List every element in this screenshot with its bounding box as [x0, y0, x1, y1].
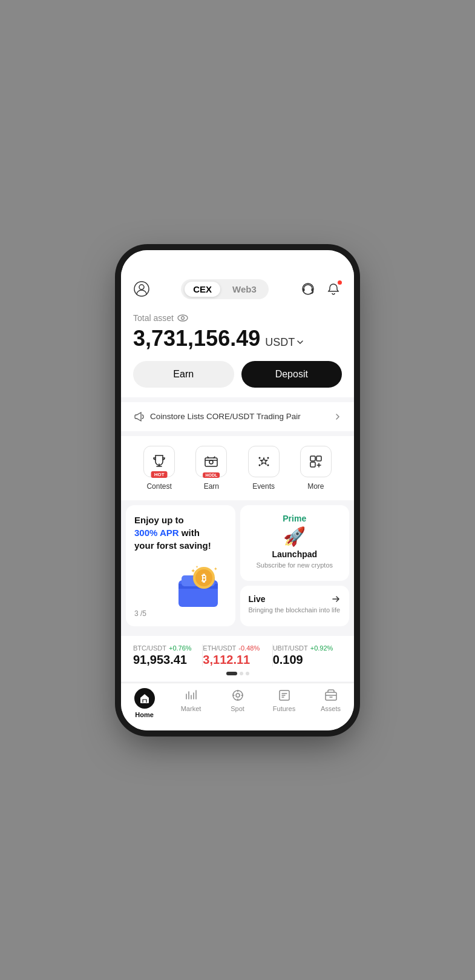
svg-point-26 [236, 694, 240, 697]
mode-selector: CEX Web3 [181, 279, 269, 299]
announcement-content: Coinstore Lists CORE/USDT Trading Pair [133, 411, 301, 423]
contest-icon [151, 453, 168, 470]
earn-label: Earn [204, 482, 219, 491]
ubit-price: 0.109 [273, 653, 342, 667]
wallet-svg: ₿ ✦ ✦ ✦ [172, 563, 227, 609]
top-nav: CEX Web3 [121, 277, 354, 304]
action-buttons: Earn Deposit [133, 361, 342, 388]
notification-icon[interactable] [325, 280, 342, 297]
more-icon-box [300, 446, 332, 477]
promo-apr-text: 300% APR [134, 528, 179, 538]
nav-home[interactable]: Home [121, 688, 168, 718]
announcement-text: Coinstore Lists CORE/USDT Trading Pair [150, 412, 301, 421]
futures-label: Futures [273, 705, 295, 712]
eth-price: 3,112.11 [203, 653, 272, 667]
live-title: Live [249, 594, 266, 604]
promo-cards: Enjoy up to 300% APR with your forst sav… [121, 500, 354, 631]
asset-amount: 3,731,156.49 USDT [133, 326, 342, 351]
arrow-right-icon [331, 594, 341, 604]
announcement-bar[interactable]: Coinstore Lists CORE/USDT Trading Pair [121, 402, 354, 431]
svg-point-1 [139, 285, 144, 290]
hot-badge: HOT [151, 471, 168, 478]
spot-label: Spot [231, 705, 244, 712]
svg-text:✦: ✦ [214, 566, 218, 572]
spot-icon [231, 688, 245, 703]
promo-text: Enjoy up to 300% APR with your forst sav… [134, 514, 227, 552]
rocket-icon: 🚀 [283, 526, 306, 547]
nav-assets[interactable]: Assets [307, 688, 354, 718]
nav-market[interactable]: Market [168, 688, 214, 718]
quick-actions: HOT Contest HODL Earn [121, 436, 354, 500]
contest-label: Contest [146, 482, 171, 491]
bottom-nav: Home Market Spot [121, 683, 354, 730]
launchpad-subtitle: Subscribe for new cryptos [256, 561, 333, 569]
launchpad-title: Launchpad [272, 549, 317, 559]
svg-point-6 [181, 316, 184, 319]
asset-currency[interactable]: USDT [265, 336, 304, 349]
deposit-button[interactable]: Deposit [241, 361, 342, 388]
asset-label: Total asset [133, 313, 342, 323]
svg-rect-14 [316, 456, 321, 461]
svg-text:✦: ✦ [195, 565, 198, 569]
svg-point-8 [209, 460, 213, 464]
profile-icon[interactable] [133, 280, 150, 297]
promo-with-text: with [179, 528, 200, 538]
eth-header: ETH/USDT -0.48% [203, 644, 272, 652]
btc-ticker[interactable]: BTC/USDT +0.76% 91,953.41 [133, 644, 202, 667]
asset-section: Total asset 3,731,156.49 USDT Earn Depos… [121, 304, 354, 397]
home-icon [134, 688, 155, 709]
contest-action[interactable]: HOT Contest [133, 446, 185, 491]
support-icon[interactable] [300, 280, 316, 297]
svg-rect-3 [303, 288, 304, 291]
futures-icon [277, 688, 292, 703]
svg-text:✦: ✦ [191, 568, 195, 574]
btc-pair: BTC/USDT [133, 644, 166, 652]
dropdown-arrow-icon [296, 338, 304, 346]
nav-icons [300, 280, 342, 297]
eye-icon[interactable] [177, 313, 188, 323]
eth-change: -0.48% [238, 644, 260, 652]
earn-icon [203, 453, 220, 470]
cex-tab[interactable]: CEX [185, 282, 220, 297]
earn-button[interactable]: Earn [133, 361, 234, 388]
prime-label: Prime [283, 514, 306, 523]
market-label: Market [181, 705, 201, 712]
earn-icon-box: HODL [195, 446, 227, 477]
announcement-icon [133, 411, 145, 423]
asset-value: 3,731,156.49 [133, 326, 260, 351]
more-icon [307, 453, 324, 470]
home-label: Home [135, 711, 154, 718]
eth-ticker[interactable]: ETH/USDT -0.48% 3,112.11 [203, 644, 272, 667]
events-action[interactable]: Events [238, 446, 290, 491]
web3-tab[interactable]: Web3 [224, 282, 265, 297]
ubit-pair: UBIT/USDT [273, 644, 308, 652]
market-icon [184, 688, 198, 703]
nav-futures[interactable]: Futures [261, 688, 307, 718]
nav-spot[interactable]: Spot [214, 688, 261, 718]
more-action[interactable]: More [290, 446, 342, 491]
svg-point-11 [258, 464, 260, 466]
svg-rect-15 [310, 462, 315, 467]
wallet-illustration: ₿ ✦ ✦ ✦ [134, 563, 227, 609]
svg-point-12 [267, 464, 269, 466]
promo-enjoy-text: Enjoy up to [134, 515, 184, 525]
svg-rect-4 [311, 288, 313, 291]
launchpad-card[interactable]: Prime 🚀 Launchpad Subscribe for new cryp… [240, 505, 350, 581]
events-icon [255, 453, 272, 470]
savings-promo-card[interactable]: Enjoy up to 300% APR with your forst sav… [126, 505, 235, 626]
asset-label-text: Total asset [133, 313, 174, 323]
dot-3 [246, 672, 249, 675]
promo-saving-text: your forst saving! [134, 540, 211, 551]
status-bar [121, 250, 354, 277]
btc-header: BTC/USDT +0.76% [133, 644, 202, 652]
ubit-ticker[interactable]: UBIT/USDT +0.92% 0.109 [273, 644, 342, 667]
svg-text:₿: ₿ [201, 573, 206, 583]
live-card[interactable]: Live Bringing the blockchain into life [240, 586, 350, 626]
btc-change: +0.76% [169, 644, 192, 652]
main-scroll: Total asset 3,731,156.49 USDT Earn Depos… [121, 304, 354, 683]
assets-icon [324, 688, 338, 703]
svg-point-10 [267, 457, 269, 459]
notification-badge [338, 280, 342, 285]
earn-action[interactable]: HODL Earn [185, 446, 237, 491]
chevron-right-icon [333, 412, 342, 421]
